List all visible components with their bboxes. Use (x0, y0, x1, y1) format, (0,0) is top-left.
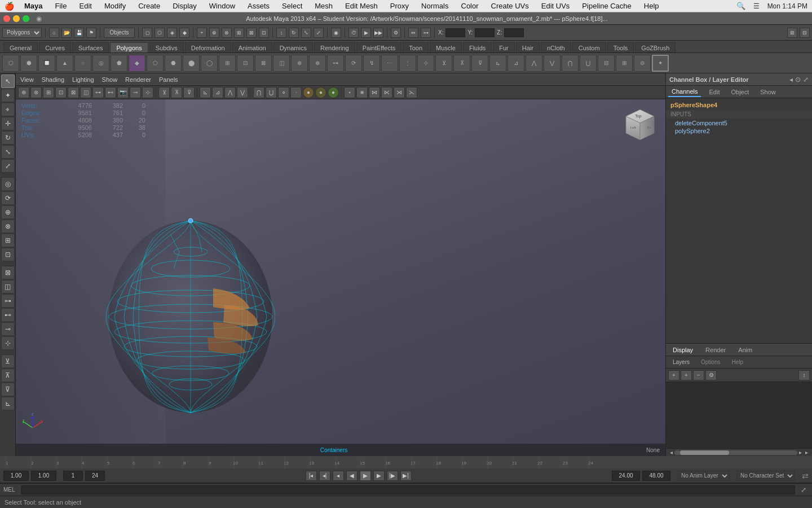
shelf-icon-19[interactable]: ⊶ (327, 55, 344, 72)
search-icon[interactable]: 🔍 (736, 2, 745, 10)
shelf-icon-4[interactable]: ▲ (56, 55, 73, 72)
shelf-icon-36[interactable]: ⊝ (634, 55, 651, 72)
next-frame-btn[interactable]: ▶ (373, 471, 385, 481)
shelf-tab-painteffects[interactable]: PaintEffects (356, 42, 402, 52)
tool-18[interactable]: ⊸ (1, 322, 15, 336)
le-sort-btn[interactable]: ↕ (798, 370, 810, 380)
le-new-layer2-btn[interactable]: + (681, 370, 692, 380)
vp-tb-13[interactable]: ⋀ (224, 87, 236, 98)
shelf-icon-14[interactable]: ⊡ (237, 55, 254, 72)
cb-tab-channels[interactable]: Channels (668, 87, 701, 97)
scale-tool[interactable]: ⤡ (1, 145, 15, 159)
vp-menu-view[interactable]: View (20, 76, 34, 83)
shelf-icon-30[interactable]: ⋀ (526, 55, 542, 72)
cb-input-1[interactable]: deleteComponent5 (666, 119, 812, 127)
tb-sel2-btn[interactable]: ⬡ (155, 28, 165, 38)
shelf-icon-2[interactable]: ⬢ (20, 55, 37, 72)
vp-tb-3[interactable]: ⊞ (43, 87, 54, 98)
transform-tool[interactable]: ⤢ (1, 159, 15, 173)
shelf-icon-3[interactable]: 🔲 (38, 55, 55, 72)
tb-sym-btn[interactable]: ⇔ (408, 28, 418, 38)
menu-proxy[interactable]: Proxy (388, 1, 411, 11)
vp-tb-19[interactable]: ⋇ (356, 87, 368, 98)
scroll-right-arrow[interactable]: ▸ (797, 449, 804, 456)
end-frame-input[interactable] (612, 471, 640, 481)
next-key-btn[interactable]: |▶ (387, 471, 398, 481)
vp-tb-10[interactable]: ⊹ (142, 87, 153, 98)
shelf-tab-tools[interactable]: Tools (607, 42, 634, 52)
tb-hist-btn[interactable]: ⏱ (348, 28, 359, 38)
shelf-tab-fur[interactable]: Fur (493, 42, 515, 52)
vp-tb-light2[interactable]: ● (315, 87, 326, 98)
x-input[interactable] (445, 28, 465, 37)
transport-settings-icon[interactable]: ⇄ (802, 471, 809, 480)
go-end-btn[interactable]: ▶| (400, 471, 412, 481)
tool-22[interactable]: ⊽ (1, 383, 15, 396)
channel-box-left-btn[interactable]: ◂ (789, 76, 793, 84)
tb-snap5-btn[interactable]: ⊠ (246, 28, 257, 38)
shelf-icon-8[interactable]: ◆ (129, 55, 145, 72)
vp-tb-light3[interactable]: ● (328, 87, 339, 98)
vp-tb-12[interactable]: ⊿ (212, 87, 223, 98)
shelf-tab-surfaces[interactable]: Surfaces (72, 42, 109, 52)
tb-show-manip-btn[interactable]: ⚙ (391, 28, 401, 38)
shelf-tab-general[interactable]: General (3, 42, 38, 52)
tool-12[interactable]: ⊞ (1, 234, 15, 247)
menu-help[interactable]: Help (642, 1, 661, 11)
end-frame-short-input[interactable] (85, 471, 105, 481)
vp-tb-20[interactable]: ⋈ (369, 87, 380, 98)
vp-menu-renderer[interactable]: Renderer (125, 76, 151, 83)
vp-tb-light1[interactable]: ● (303, 87, 314, 98)
shelf-icon-5[interactable]: ○ (74, 55, 91, 72)
rotate-tool[interactable]: ↻ (1, 131, 15, 144)
shelf-tab-polygons[interactable]: Polygons (110, 42, 148, 52)
shelf-icon-17[interactable]: ⊗ (291, 55, 308, 72)
shelf-icon-13[interactable]: ⊞ (219, 55, 236, 72)
timeline[interactable]: 1 2 3 4 5 6 7 8 9 10 11 12 13 14 15 16 1 (0, 456, 812, 468)
menu-maya[interactable]: Maya (22, 1, 45, 11)
tb-snap3-btn[interactable]: ⊗ (222, 28, 232, 38)
scroll-right-arrow-2[interactable]: ▸ (804, 449, 810, 456)
vp-tb-4[interactable]: ⊡ (55, 87, 67, 98)
containers-label[interactable]: Containers (320, 447, 347, 453)
char-set-select[interactable]: No Character Set (736, 471, 795, 481)
close-button[interactable] (3, 15, 10, 22)
vp-tb-15[interactable]: ⋃ (266, 87, 277, 98)
menu-color[interactable]: Color (459, 1, 481, 11)
menu-assets[interactable]: Assets (245, 1, 272, 11)
le-tab-display[interactable]: Display (668, 345, 698, 354)
shelf-icon-10[interactable]: ⬣ (165, 55, 182, 72)
vp-tb-21[interactable]: ⋉ (381, 87, 392, 98)
shelf-icon-7[interactable]: ⬟ (111, 55, 127, 72)
menu-mesh[interactable]: Mesh (312, 1, 335, 11)
tool-17[interactable]: ⊷ (1, 308, 15, 322)
menu-select[interactable]: Select (280, 1, 304, 11)
le-sub-help[interactable]: Help (727, 358, 748, 366)
shelf-icon-12[interactable]: ◯ (201, 55, 218, 72)
vp-tb-17[interactable]: ⋅ (290, 87, 302, 98)
select-tool[interactable]: ↖ (1, 75, 15, 88)
shelf-icon-34[interactable]: ⊟ (598, 55, 615, 72)
menu-file[interactable]: File (53, 1, 69, 11)
shelf-tab-custom[interactable]: Custom (572, 42, 606, 52)
tb-rot-btn[interactable]: ↻ (289, 28, 299, 38)
vp-tb-18[interactable]: ⋆ (344, 87, 355, 98)
tb-flag-btn[interactable]: ⚑ (86, 28, 96, 38)
menu-edit[interactable]: Edit (77, 1, 94, 11)
tb-sel3-btn[interactable]: ◈ (167, 28, 177, 38)
tool-13[interactable]: ⊡ (1, 248, 15, 261)
tool-20[interactable]: ⊻ (1, 354, 15, 368)
vp-tb-11[interactable]: ⊾ (200, 87, 211, 98)
shelf-icon-32[interactable]: ⋂ (562, 55, 579, 72)
tb-soft-sel-btn[interactable]: ◉ (331, 28, 341, 38)
cb-tab-show[interactable]: Show (757, 87, 779, 97)
shelf-tab-fluids[interactable]: Fluids (463, 42, 492, 52)
le-options-btn[interactable]: ⚙ (705, 370, 717, 380)
viewport-3d[interactable]: Verts: 4776 382 0 Edges: 9581 761 0 Face… (16, 99, 665, 456)
shelf-tab-dynamics[interactable]: Dynamics (273, 42, 313, 52)
channel-box-expand-btn[interactable]: ⤢ (803, 76, 809, 84)
tb-sel4-btn[interactable]: ◆ (179, 28, 189, 38)
shelf-tab-toon[interactable]: Toon (403, 42, 429, 52)
tb-save-btn[interactable]: 💾 (74, 28, 84, 38)
shelf-tab-hair[interactable]: Hair (516, 42, 540, 52)
